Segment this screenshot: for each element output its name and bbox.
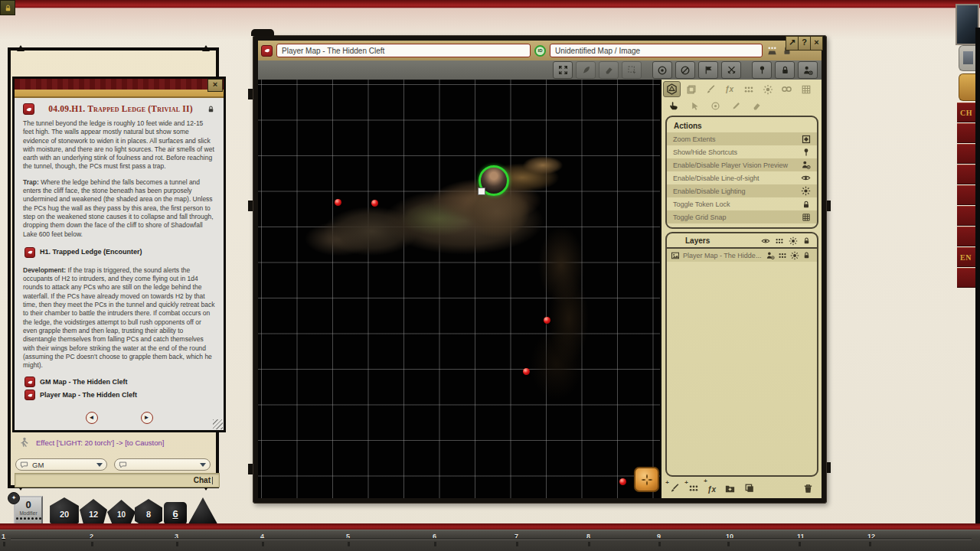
popout-button[interactable]: ↗ — [786, 36, 799, 51]
flag-button[interactable] — [698, 61, 718, 79]
walking-person-icon — [18, 437, 30, 448]
story-window-titlebar[interactable] — [15, 79, 224, 90]
action-show-hide-shortcuts[interactable]: Show/Hide Shortcuts — [667, 145, 817, 158]
copy-layer-button[interactable] — [744, 483, 755, 494]
action-grid-snap[interactable]: Toggle Grid Snap — [667, 210, 817, 223]
sidebar-label: CH — [960, 109, 972, 117]
grid-mode-button[interactable] — [797, 81, 815, 97]
next-page-button[interactable]: ► — [141, 412, 153, 424]
eye-icon[interactable] — [761, 236, 770, 246]
shortcut-pin[interactable] — [371, 200, 378, 207]
shortcut-pin[interactable] — [544, 317, 550, 324]
help-button[interactable]: ? — [798, 36, 811, 51]
actions-panel: Actions Zoom Extents Show/Hide Shortcuts… — [665, 116, 818, 229]
lock-icon[interactable] — [802, 251, 811, 259]
image-icon — [671, 251, 680, 260]
fg-dragon-icon — [261, 45, 273, 57]
layer-row[interactable]: Player Map - The Hidde... — [667, 249, 817, 262]
action-player-vision-preview[interactable]: Enable/Disable Player Vision Preview — [667, 158, 817, 171]
share-players-icon[interactable] — [766, 45, 778, 57]
story-title: 04.09.H1. Trapped Ledge (Trivial II) — [38, 105, 203, 113]
close-icon[interactable]: × — [207, 79, 223, 92]
modifier-star-button[interactable]: ✦ — [8, 492, 20, 504]
trap-label: Trap: — [23, 178, 39, 186]
cursor-tool-button[interactable] — [687, 99, 702, 112]
zoom-extents-icon — [802, 135, 811, 144]
resize-grip[interactable] — [213, 419, 223, 429]
eraser-button[interactable] — [599, 61, 619, 79]
token-lock-button[interactable] — [775, 61, 795, 79]
sidebar-gold-button[interactable] — [959, 73, 977, 101]
light-icon[interactable] — [789, 236, 798, 246]
sidebar-collapse-button[interactable] — [959, 45, 977, 71]
frame-ornament — [248, 89, 253, 99]
map-id-field[interactable] — [550, 44, 763, 57]
shortcut-pin[interactable] — [335, 199, 341, 206]
add-fx-button[interactable]: +ƒx — [707, 481, 716, 495]
pencil-tool-button[interactable] — [728, 99, 743, 112]
shortcut-pin[interactable] — [523, 368, 530, 375]
desktop-lock-button[interactable] — [0, 0, 15, 15]
token-dots-icon[interactable] — [775, 236, 784, 246]
target-tool-button[interactable] — [707, 99, 723, 112]
action-lighting[interactable]: Enable/Disable Lighting — [667, 184, 817, 197]
chat-bubble-icon — [119, 461, 127, 469]
fx-mode-button[interactable]: ƒx — [720, 81, 738, 97]
hand-tool-button[interactable] — [666, 99, 681, 112]
grid-snap-icon — [802, 213, 811, 222]
brush-mode-button[interactable] — [701, 81, 719, 97]
encounter-link[interactable]: H1. Trapped Ledge (Encounter) — [24, 247, 215, 258]
player-map-link[interactable]: Player Map - The Hidden Cleft — [24, 390, 215, 400]
fg-dragon-icon — [23, 103, 34, 115]
quill-button[interactable] — [576, 61, 596, 79]
map-title-field[interactable] — [276, 44, 531, 57]
lock-icon[interactable] — [802, 236, 811, 245]
chat-input[interactable]: Chat — [15, 473, 220, 487]
chat-bubble-icon — [20, 461, 28, 469]
previous-page-button[interactable]: ◄ — [86, 412, 98, 424]
action-line-of-sight[interactable]: Enable/Disable Line-of-sight — [667, 171, 817, 184]
fg-dragon-icon — [24, 377, 35, 387]
development-label: Development: — [23, 266, 66, 274]
character-token[interactable] — [479, 165, 509, 196]
action-zoom-extents[interactable]: Zoom Extents — [667, 132, 817, 145]
map-toolbar — [258, 60, 822, 80]
light-icon[interactable] — [790, 251, 799, 260]
player-vision-button[interactable] — [798, 61, 818, 79]
select-button[interactable] — [622, 61, 642, 79]
close-icon[interactable]: × — [810, 36, 823, 51]
lighting-mode-button[interactable] — [759, 81, 776, 97]
tokens-mode-button[interactable] — [740, 81, 757, 97]
pin-button[interactable] — [752, 61, 772, 79]
map-canvas[interactable] — [258, 80, 660, 498]
shortcut-pin[interactable] — [619, 478, 626, 485]
add-tokens-button[interactable]: + — [688, 483, 699, 494]
crossed-swords-button[interactable] — [721, 61, 741, 79]
eye-icon — [801, 173, 811, 183]
player-vision-icon[interactable] — [766, 251, 775, 260]
eraser-tool-button[interactable] — [749, 99, 764, 112]
add-folder-button[interactable] — [724, 483, 736, 494]
development-text: If the trap is triggered, the sound aler… — [23, 266, 214, 369]
hotkey-slot[interactable]: 1 — [2, 533, 5, 540]
token-dots-icon[interactable] — [778, 251, 787, 260]
map-menu-button[interactable] — [634, 467, 659, 492]
speaker-dropdown[interactable]: GM — [15, 458, 107, 471]
d6-die[interactable]: 6 — [164, 502, 187, 525]
lock-icon[interactable] — [207, 105, 215, 113]
no-vision-button[interactable] — [675, 61, 695, 79]
mask-mode-button[interactable] — [778, 81, 795, 97]
target-button[interactable] — [652, 61, 672, 79]
add-drawing-button[interactable]: + — [669, 483, 680, 494]
layers-title: Layers — [685, 236, 710, 245]
action-token-lock[interactable]: Toggle Token Lock — [667, 197, 817, 210]
layers-mode-button[interactable] — [682, 81, 700, 97]
target-dropdown[interactable] — [114, 458, 211, 471]
d20-mode-button[interactable] — [663, 81, 681, 97]
delete-layer-button[interactable] — [802, 483, 814, 494]
map-window: ID ↗ ? × — [253, 35, 827, 504]
chat-log-entry: Effect ['LIGHT: 20 torch'] -> [to Causto… — [18, 437, 164, 448]
gm-map-link[interactable]: GM Map - The Hidden Cleft — [24, 377, 215, 387]
zoom-extents-button[interactable] — [553, 61, 573, 79]
frame-ornament — [248, 201, 253, 211]
